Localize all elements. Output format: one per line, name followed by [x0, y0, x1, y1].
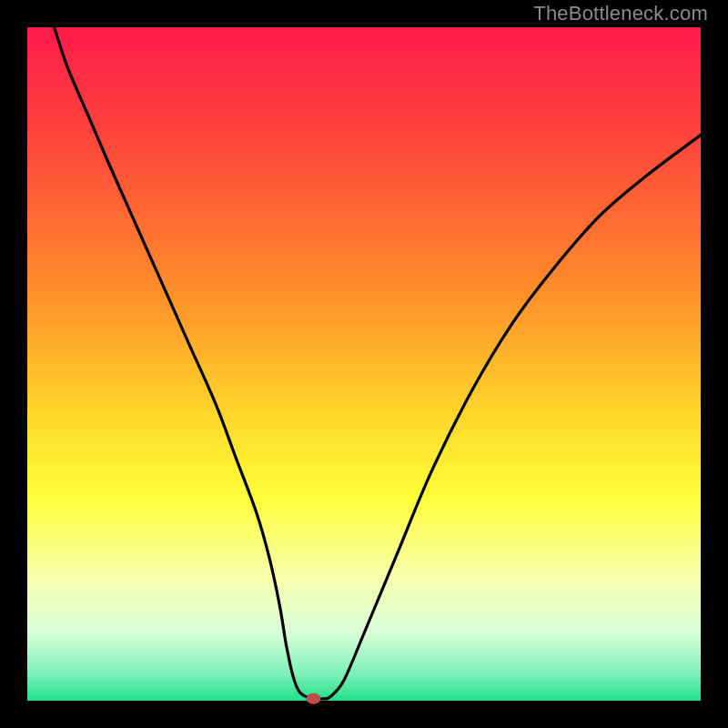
bottleneck-chart — [0, 0, 728, 728]
plot-background — [27, 27, 701, 701]
chart-container: { "watermark": "TheBottleneck.com", "cha… — [0, 0, 728, 728]
optimal-point-marker — [307, 693, 321, 704]
